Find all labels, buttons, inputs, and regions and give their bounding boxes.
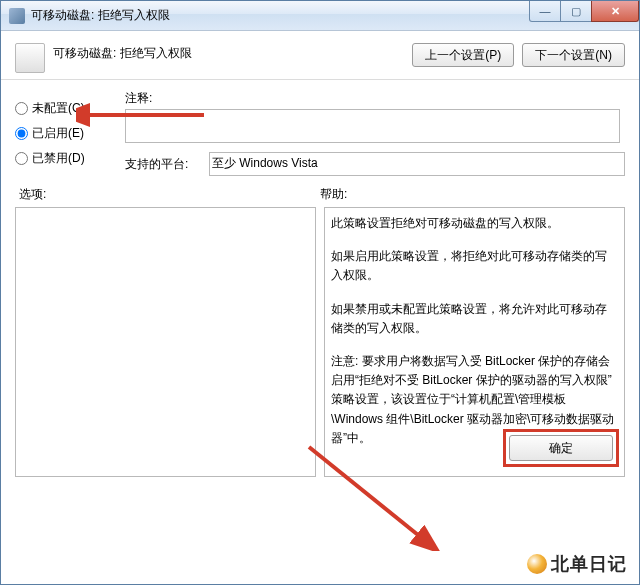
window-buttons: — ▢ ✕	[530, 1, 639, 22]
radio-not-configured-label: 未配置(C)	[32, 100, 85, 117]
radio-enabled[interactable]: 已启用(E)	[15, 125, 125, 142]
footer: 确定	[503, 429, 619, 467]
help-text-2: 如果启用此策略设置，将拒绝对此可移动存储类的写入权限。	[331, 247, 618, 285]
title-bar[interactable]: 可移动磁盘: 拒绝写入权限 — ▢ ✕	[1, 1, 639, 31]
client-area: 可移动磁盘: 拒绝写入权限 上一个设置(P) 下一个设置(N) 未配置(C) 已…	[1, 31, 639, 485]
close-button[interactable]: ✕	[591, 1, 639, 22]
state-radios: 未配置(C) 已启用(E) 已禁用(D)	[15, 86, 125, 175]
watermark: 北单日记	[527, 552, 627, 576]
pane-labels: 选项: 帮助:	[1, 176, 639, 205]
policy-icon	[15, 43, 45, 73]
radio-disabled[interactable]: 已禁用(D)	[15, 150, 125, 167]
minimize-button[interactable]: —	[529, 1, 561, 22]
radio-not-configured[interactable]: 未配置(C)	[15, 100, 125, 117]
help-text-3: 如果禁用或未配置此策略设置，将允许对此可移动存储类的写入权限。	[331, 300, 618, 338]
options-pane[interactable]	[15, 207, 316, 477]
platform-line: 支持的平台:	[125, 152, 625, 176]
ok-button[interactable]: 确定	[509, 435, 613, 461]
previous-setting-button[interactable]: 上一个设置(P)	[412, 43, 514, 67]
radio-disabled-input[interactable]	[15, 152, 28, 165]
nav-buttons: 上一个设置(P) 下一个设置(N)	[412, 43, 625, 67]
options-label: 选项:	[19, 186, 320, 203]
watermark-icon	[527, 554, 547, 574]
next-setting-button[interactable]: 下一个设置(N)	[522, 43, 625, 67]
app-icon	[9, 8, 25, 24]
comment-textarea[interactable]	[125, 109, 620, 143]
comment-label: 注释:	[125, 90, 625, 107]
comment-block: 注释: 支持的平台:	[125, 86, 625, 176]
header: 可移动磁盘: 拒绝写入权限 上一个设置(P) 下一个设置(N)	[1, 31, 639, 80]
dialog-window: 可移动磁盘: 拒绝写入权限 — ▢ ✕ 可移动磁盘: 拒绝写入权限 上一个设置(…	[0, 0, 640, 585]
ok-highlight-box: 确定	[503, 429, 619, 467]
platform-value	[209, 152, 625, 176]
help-label: 帮助:	[320, 186, 621, 203]
config-row: 未配置(C) 已启用(E) 已禁用(D) 注释: 支持的平台:	[1, 80, 639, 176]
window-title: 可移动磁盘: 拒绝写入权限	[31, 7, 170, 24]
platform-label: 支持的平台:	[125, 156, 209, 173]
radio-disabled-label: 已禁用(D)	[32, 150, 85, 167]
maximize-button[interactable]: ▢	[560, 1, 592, 22]
radio-enabled-label: 已启用(E)	[32, 125, 84, 142]
radio-not-configured-input[interactable]	[15, 102, 28, 115]
radio-enabled-input[interactable]	[15, 127, 28, 140]
watermark-text: 北单日记	[551, 552, 627, 576]
policy-title: 可移动磁盘: 拒绝写入权限	[53, 43, 192, 62]
help-text-1: 此策略设置拒绝对可移动磁盘的写入权限。	[331, 214, 618, 233]
